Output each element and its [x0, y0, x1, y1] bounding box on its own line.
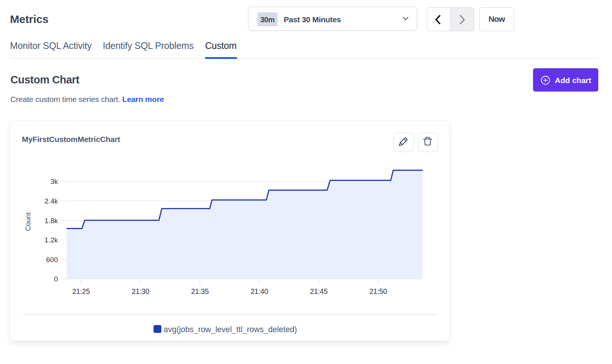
svg-text:600: 600	[46, 256, 58, 264]
svg-text:21:35: 21:35	[191, 287, 209, 295]
svg-text:Count: Count	[24, 212, 32, 231]
svg-text:3k: 3k	[50, 178, 58, 185]
svg-text:21:45: 21:45	[310, 287, 328, 295]
svg-text:1.8k: 1.8k	[45, 217, 58, 225]
svg-text:1.2k: 1.2k	[45, 236, 58, 244]
svg-text:avg(jobs_row_level_ttl_rows_de: avg(jobs_row_level_ttl_rows_deleted)	[164, 325, 297, 334]
svg-text:0: 0	[54, 275, 58, 283]
svg-text:21:40: 21:40	[250, 287, 268, 295]
svg-text:21:50: 21:50	[369, 287, 387, 295]
svg-text:21:25: 21:25	[72, 287, 90, 295]
svg-text:21:30: 21:30	[132, 287, 149, 295]
svg-text:2.4k: 2.4k	[45, 197, 58, 205]
